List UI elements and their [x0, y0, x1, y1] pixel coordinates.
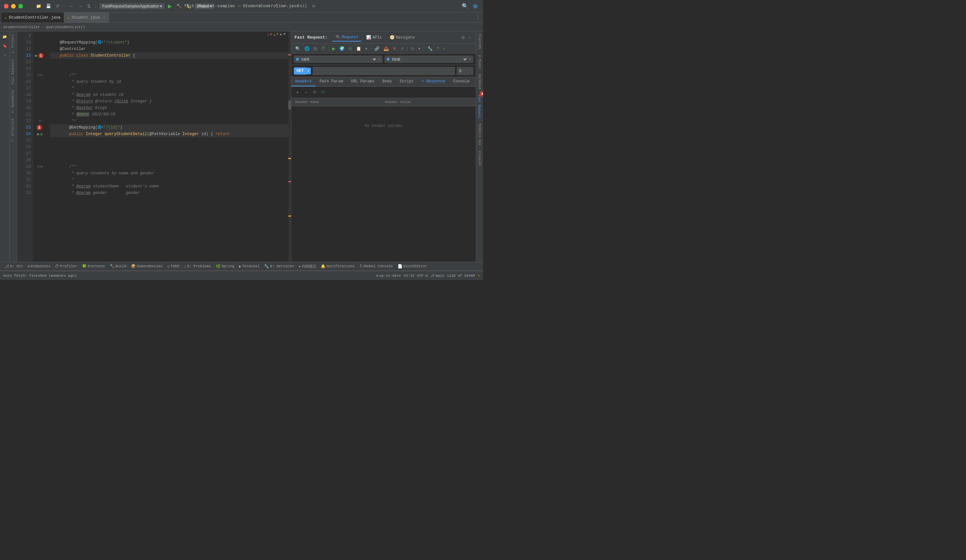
bt-build[interactable]: 🔨 Build	[108, 263, 128, 269]
method-select[interactable]: GET	[294, 67, 306, 75]
run-icon2-24[interactable]: ⊙	[41, 132, 43, 136]
tab-student[interactable]: ☕ Student.java ✕	[64, 12, 109, 23]
side-label-structure[interactable]: 7: Structure	[10, 116, 17, 145]
editor-scrollbar[interactable]	[288, 31, 291, 262]
tool-btn-link[interactable]: 🔗	[373, 46, 381, 52]
rp-tab-navigate[interactable]: 🧭 Navigate	[386, 34, 418, 41]
rp-tab-apis[interactable]: 📊 APIs	[363, 34, 385, 41]
memory-status[interactable]: 1120 of 2048M	[447, 274, 475, 278]
tool-btn-2[interactable]: 🌐	[303, 46, 311, 52]
vtab-visualgc[interactable]: VisualGC	[476, 148, 483, 169]
tool-btn-4[interactable]: ⏱	[320, 46, 327, 52]
code-lines[interactable]: @RequestMapping(🌐▾"/student") @Controlle…	[46, 31, 288, 262]
sidebar-icon-bookmarks[interactable]: 🔖	[1, 42, 9, 50]
req-tab-url-params[interactable]: URL Params	[347, 77, 378, 86]
git-branch-status[interactable]: ⎇ main	[430, 273, 444, 278]
breadcrumb-class[interactable]: StudentController	[3, 25, 40, 29]
bt-endpoints[interactable]: ⊙ Endpoints	[26, 263, 53, 269]
fold-arrow-22[interactable]: ▽	[39, 119, 41, 123]
method-dropdown[interactable]: ▾	[306, 68, 311, 74]
fold-icon-29[interactable]: |=	[37, 165, 41, 169]
bt-notifications[interactable]: 🔔 Notifications	[319, 263, 356, 269]
env-local-wrap[interactable]: local ▾	[384, 56, 473, 63]
bt-terminal[interactable]: ▶ Terminal	[237, 263, 261, 269]
sidebar-icon-structure[interactable]: ⚓	[1, 51, 9, 59]
sync-status[interactable]: ⊙ up-to-date	[376, 273, 401, 278]
line-col-status[interactable]: 33:33	[404, 274, 414, 278]
tool-btn-dropdown[interactable]: ▾	[364, 46, 369, 52]
error-count[interactable]: ⚠ 6	[267, 32, 272, 37]
expand-btn[interactable]: ▼	[283, 32, 286, 37]
tool-btn-x[interactable]: ✕	[391, 46, 398, 52]
collapse-btn[interactable]: ▲	[280, 32, 282, 37]
bt-spring[interactable]: 🌿 Spring	[214, 263, 237, 269]
run-icon-24[interactable]: ▶	[37, 131, 40, 137]
tool-btn-10[interactable]: 🔧	[426, 46, 434, 52]
shield-btn[interactable]: 🛡	[319, 89, 327, 96]
bt-services[interactable]: 🔧 8: Services	[262, 263, 296, 269]
settings-icon[interactable]: ⚙	[460, 34, 466, 41]
maximize-button[interactable]	[18, 4, 23, 8]
env-select-1[interactable]: card	[300, 57, 377, 62]
req-tab-path-param[interactable]: Path Param	[315, 77, 347, 86]
env-select-2[interactable]: local	[391, 57, 468, 62]
req-tab-body[interactable]: Body	[378, 77, 396, 86]
project-dropdown-btn[interactable]: FastRequestSamplesApplication ▾	[100, 3, 164, 9]
remove-header-btn[interactable]: −	[302, 89, 310, 96]
back-btn[interactable]: ←	[68, 3, 75, 9]
minimize-button[interactable]	[11, 4, 16, 8]
tool-btn-share[interactable]: ↗	[399, 46, 405, 52]
method-group[interactable]: GET ▾	[294, 67, 311, 75]
translate-btn[interactable]: ⛭	[310, 3, 317, 9]
tool-btn-6[interactable]: ⊙	[347, 46, 353, 52]
fold-arrow-29[interactable]: ▽	[41, 165, 43, 169]
vtab-database[interactable]: Database	[476, 71, 483, 92]
minus-icon[interactable]: −	[467, 34, 473, 41]
req-tab-response[interactable]: > Response	[417, 77, 449, 86]
sidebar-icon-project[interactable]: 📂	[1, 33, 9, 41]
side-label-bookmarks[interactable]: 2: Bookmarks	[10, 87, 17, 116]
tool-btn-3[interactable]: ⊟	[312, 46, 319, 52]
tab-student-controller[interactable]: ☕ StudentController.java	[1, 12, 64, 23]
tool-btn-env[interactable]: 🌍	[338, 46, 346, 52]
import-header-btn[interactable]: ⟲	[311, 89, 318, 96]
add-header-btn[interactable]: +	[294, 89, 301, 96]
tool-btn-ok[interactable]: ✓	[442, 46, 448, 52]
search-btn[interactable]: 🔍	[460, 2, 470, 10]
bt-excel-editor[interactable]: 📄 ExcelEditor	[396, 263, 429, 269]
project-tree-btn[interactable]: 📁	[34, 3, 43, 9]
bt-evernote[interactable]: 🍀 Evernote	[80, 263, 107, 269]
bt-jrebel-console[interactable]: J JRebel Console	[357, 263, 395, 269]
bt-profiler[interactable]: ⏱ Profiler	[53, 263, 79, 269]
bt-dependencies[interactable]: 📦 Dependencies	[129, 263, 164, 269]
fold-icon-15[interactable]: |=	[37, 73, 41, 77]
req-tab-script[interactable]: Script	[396, 77, 417, 86]
bt-git[interactable]: ⎇ 9: Git	[3, 263, 25, 269]
tab-close-2[interactable]: ✕	[103, 15, 105, 20]
breadcrumb-method[interactable]: queryStudentList()	[46, 25, 85, 29]
tool-btn-7[interactable]: 📋	[355, 46, 363, 52]
run-btn[interactable]: ▶	[167, 2, 173, 10]
tool-btn-8[interactable]: 📤	[382, 46, 390, 52]
add-plugin-btn[interactable]: ⊕	[472, 2, 479, 10]
req-tab-console[interactable]: Console	[449, 77, 473, 86]
vtab-maven[interactable]: m Maven	[476, 53, 483, 71]
side-label-pull-requests[interactable]: Pull Requests	[10, 56, 17, 87]
bt-code-notes[interactable]: ✦ 代码笔记	[296, 263, 318, 269]
encoding-status[interactable]: UTF-8	[417, 274, 428, 278]
vtab-mybatis-sql[interactable]: Mybatis Sql	[476, 121, 483, 148]
tool-btn-11[interactable]: ?	[435, 46, 440, 52]
forward-btn[interactable]: →	[77, 3, 84, 9]
tool-btn-5[interactable]: ▶	[331, 46, 337, 52]
tab-overflow-menu[interactable]: ⋮	[473, 12, 483, 23]
search-tool-btn[interactable]: 🔍	[294, 46, 302, 52]
save-btn[interactable]: 💾	[44, 3, 53, 9]
tool-btn-9[interactable]: ⊙	[409, 46, 416, 52]
rp-tab-request[interactable]: 🔌 Request	[332, 33, 361, 41]
url-input[interactable]	[313, 67, 455, 75]
close-button[interactable]	[4, 4, 8, 8]
tool-btn-dropdown-2[interactable]: ▾	[417, 46, 422, 52]
side-label-project[interactable]: 1: Project	[10, 31, 17, 56]
req-tab-headers[interactable]: Headers	[291, 77, 315, 86]
refresh-btn[interactable]: ↺	[54, 3, 61, 9]
